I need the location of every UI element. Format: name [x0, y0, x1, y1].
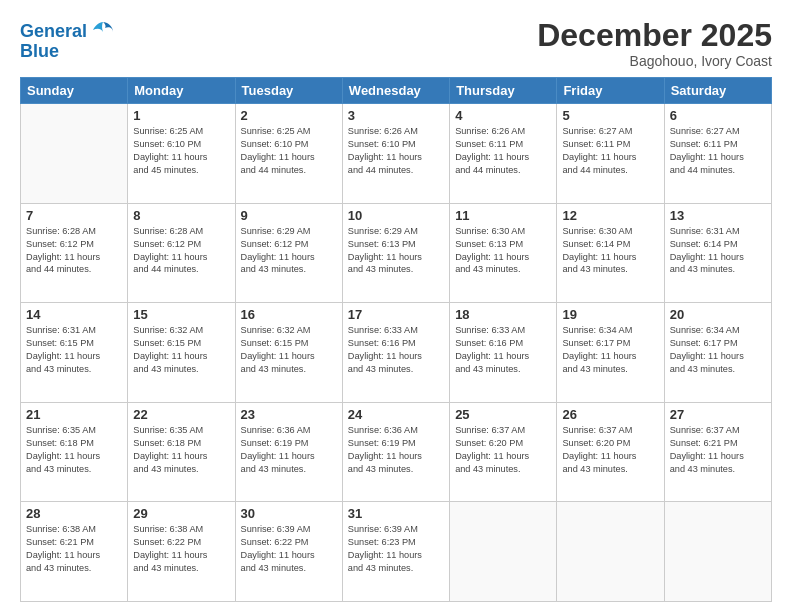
day-number: 28: [26, 506, 122, 521]
calendar-cell-5-5: [450, 502, 557, 602]
day-number: 18: [455, 307, 551, 322]
day-number: 7: [26, 208, 122, 223]
calendar-cell-3-3: 16Sunrise: 6:32 AM Sunset: 6:15 PM Dayli…: [235, 303, 342, 403]
day-number: 1: [133, 108, 229, 123]
calendar-cell-4-3: 23Sunrise: 6:36 AM Sunset: 6:19 PM Dayli…: [235, 402, 342, 502]
day-info: Sunrise: 6:27 AM Sunset: 6:11 PM Dayligh…: [670, 125, 766, 177]
logo-blue: Blue: [20, 42, 59, 62]
day-info: Sunrise: 6:27 AM Sunset: 6:11 PM Dayligh…: [562, 125, 658, 177]
weekday-header-monday: Monday: [128, 78, 235, 104]
calendar-cell-1-4: 3Sunrise: 6:26 AM Sunset: 6:10 PM Daylig…: [342, 104, 449, 204]
calendar-cell-4-7: 27Sunrise: 6:37 AM Sunset: 6:21 PM Dayli…: [664, 402, 771, 502]
day-info: Sunrise: 6:37 AM Sunset: 6:20 PM Dayligh…: [455, 424, 551, 476]
day-info: Sunrise: 6:33 AM Sunset: 6:16 PM Dayligh…: [455, 324, 551, 376]
week-row-4: 21Sunrise: 6:35 AM Sunset: 6:18 PM Dayli…: [21, 402, 772, 502]
week-row-1: 1Sunrise: 6:25 AM Sunset: 6:10 PM Daylig…: [21, 104, 772, 204]
calendar-cell-1-2: 1Sunrise: 6:25 AM Sunset: 6:10 PM Daylig…: [128, 104, 235, 204]
day-info: Sunrise: 6:31 AM Sunset: 6:14 PM Dayligh…: [670, 225, 766, 277]
day-info: Sunrise: 6:33 AM Sunset: 6:16 PM Dayligh…: [348, 324, 444, 376]
calendar-cell-5-2: 29Sunrise: 6:38 AM Sunset: 6:22 PM Dayli…: [128, 502, 235, 602]
day-info: Sunrise: 6:32 AM Sunset: 6:15 PM Dayligh…: [133, 324, 229, 376]
calendar-cell-4-4: 24Sunrise: 6:36 AM Sunset: 6:19 PM Dayli…: [342, 402, 449, 502]
day-info: Sunrise: 6:37 AM Sunset: 6:21 PM Dayligh…: [670, 424, 766, 476]
calendar-cell-3-7: 20Sunrise: 6:34 AM Sunset: 6:17 PM Dayli…: [664, 303, 771, 403]
day-info: Sunrise: 6:30 AM Sunset: 6:14 PM Dayligh…: [562, 225, 658, 277]
day-number: 9: [241, 208, 337, 223]
day-info: Sunrise: 6:32 AM Sunset: 6:15 PM Dayligh…: [241, 324, 337, 376]
day-info: Sunrise: 6:35 AM Sunset: 6:18 PM Dayligh…: [26, 424, 122, 476]
day-info: Sunrise: 6:29 AM Sunset: 6:12 PM Dayligh…: [241, 225, 337, 277]
calendar-cell-5-1: 28Sunrise: 6:38 AM Sunset: 6:21 PM Dayli…: [21, 502, 128, 602]
day-number: 29: [133, 506, 229, 521]
calendar-table: SundayMondayTuesdayWednesdayThursdayFrid…: [20, 77, 772, 602]
day-info: Sunrise: 6:31 AM Sunset: 6:15 PM Dayligh…: [26, 324, 122, 376]
page: General Blue December 2025 Bagohouo, Ivo…: [0, 0, 792, 612]
calendar-cell-3-6: 19Sunrise: 6:34 AM Sunset: 6:17 PM Dayli…: [557, 303, 664, 403]
calendar-cell-2-3: 9Sunrise: 6:29 AM Sunset: 6:12 PM Daylig…: [235, 203, 342, 303]
day-number: 26: [562, 407, 658, 422]
day-number: 8: [133, 208, 229, 223]
day-number: 31: [348, 506, 444, 521]
calendar-cell-2-7: 13Sunrise: 6:31 AM Sunset: 6:14 PM Dayli…: [664, 203, 771, 303]
calendar-cell-1-6: 5Sunrise: 6:27 AM Sunset: 6:11 PM Daylig…: [557, 104, 664, 204]
calendar-cell-2-1: 7Sunrise: 6:28 AM Sunset: 6:12 PM Daylig…: [21, 203, 128, 303]
calendar-cell-4-6: 26Sunrise: 6:37 AM Sunset: 6:20 PM Dayli…: [557, 402, 664, 502]
calendar-cell-5-7: [664, 502, 771, 602]
calendar-cell-3-5: 18Sunrise: 6:33 AM Sunset: 6:16 PM Dayli…: [450, 303, 557, 403]
calendar-cell-2-5: 11Sunrise: 6:30 AM Sunset: 6:13 PM Dayli…: [450, 203, 557, 303]
weekday-header-saturday: Saturday: [664, 78, 771, 104]
day-number: 6: [670, 108, 766, 123]
weekday-header-tuesday: Tuesday: [235, 78, 342, 104]
day-info: Sunrise: 6:39 AM Sunset: 6:23 PM Dayligh…: [348, 523, 444, 575]
month-title: December 2025: [537, 18, 772, 53]
calendar-cell-5-3: 30Sunrise: 6:39 AM Sunset: 6:22 PM Dayli…: [235, 502, 342, 602]
day-number: 24: [348, 407, 444, 422]
week-row-3: 14Sunrise: 6:31 AM Sunset: 6:15 PM Dayli…: [21, 303, 772, 403]
weekday-header-sunday: Sunday: [21, 78, 128, 104]
day-info: Sunrise: 6:25 AM Sunset: 6:10 PM Dayligh…: [241, 125, 337, 177]
weekday-header-wednesday: Wednesday: [342, 78, 449, 104]
day-number: 10: [348, 208, 444, 223]
day-number: 25: [455, 407, 551, 422]
day-info: Sunrise: 6:35 AM Sunset: 6:18 PM Dayligh…: [133, 424, 229, 476]
day-number: 2: [241, 108, 337, 123]
day-info: Sunrise: 6:36 AM Sunset: 6:19 PM Dayligh…: [348, 424, 444, 476]
week-row-5: 28Sunrise: 6:38 AM Sunset: 6:21 PM Dayli…: [21, 502, 772, 602]
logo-bird-icon: [89, 18, 117, 46]
day-number: 16: [241, 307, 337, 322]
day-info: Sunrise: 6:26 AM Sunset: 6:10 PM Dayligh…: [348, 125, 444, 177]
calendar-cell-2-6: 12Sunrise: 6:30 AM Sunset: 6:14 PM Dayli…: [557, 203, 664, 303]
day-info: Sunrise: 6:28 AM Sunset: 6:12 PM Dayligh…: [133, 225, 229, 277]
calendar-cell-1-3: 2Sunrise: 6:25 AM Sunset: 6:10 PM Daylig…: [235, 104, 342, 204]
day-info: Sunrise: 6:39 AM Sunset: 6:22 PM Dayligh…: [241, 523, 337, 575]
day-info: Sunrise: 6:38 AM Sunset: 6:22 PM Dayligh…: [133, 523, 229, 575]
calendar-cell-4-5: 25Sunrise: 6:37 AM Sunset: 6:20 PM Dayli…: [450, 402, 557, 502]
day-number: 27: [670, 407, 766, 422]
weekday-header-friday: Friday: [557, 78, 664, 104]
day-number: 4: [455, 108, 551, 123]
day-number: 21: [26, 407, 122, 422]
day-number: 12: [562, 208, 658, 223]
day-number: 30: [241, 506, 337, 521]
calendar-cell-3-2: 15Sunrise: 6:32 AM Sunset: 6:15 PM Dayli…: [128, 303, 235, 403]
day-info: Sunrise: 6:30 AM Sunset: 6:13 PM Dayligh…: [455, 225, 551, 277]
calendar-cell-1-1: [21, 104, 128, 204]
day-number: 14: [26, 307, 122, 322]
week-row-2: 7Sunrise: 6:28 AM Sunset: 6:12 PM Daylig…: [21, 203, 772, 303]
day-info: Sunrise: 6:38 AM Sunset: 6:21 PM Dayligh…: [26, 523, 122, 575]
calendar-cell-5-4: 31Sunrise: 6:39 AM Sunset: 6:23 PM Dayli…: [342, 502, 449, 602]
day-number: 17: [348, 307, 444, 322]
calendar-cell-3-4: 17Sunrise: 6:33 AM Sunset: 6:16 PM Dayli…: [342, 303, 449, 403]
calendar-cell-2-2: 8Sunrise: 6:28 AM Sunset: 6:12 PM Daylig…: [128, 203, 235, 303]
location: Bagohouo, Ivory Coast: [537, 53, 772, 69]
calendar-cell-2-4: 10Sunrise: 6:29 AM Sunset: 6:13 PM Dayli…: [342, 203, 449, 303]
weekday-header-row: SundayMondayTuesdayWednesdayThursdayFrid…: [21, 78, 772, 104]
day-info: Sunrise: 6:34 AM Sunset: 6:17 PM Dayligh…: [562, 324, 658, 376]
logo-general: General: [20, 22, 87, 42]
title-area: December 2025 Bagohouo, Ivory Coast: [537, 18, 772, 69]
day-number: 22: [133, 407, 229, 422]
day-number: 20: [670, 307, 766, 322]
day-info: Sunrise: 6:25 AM Sunset: 6:10 PM Dayligh…: [133, 125, 229, 177]
day-info: Sunrise: 6:28 AM Sunset: 6:12 PM Dayligh…: [26, 225, 122, 277]
day-number: 3: [348, 108, 444, 123]
